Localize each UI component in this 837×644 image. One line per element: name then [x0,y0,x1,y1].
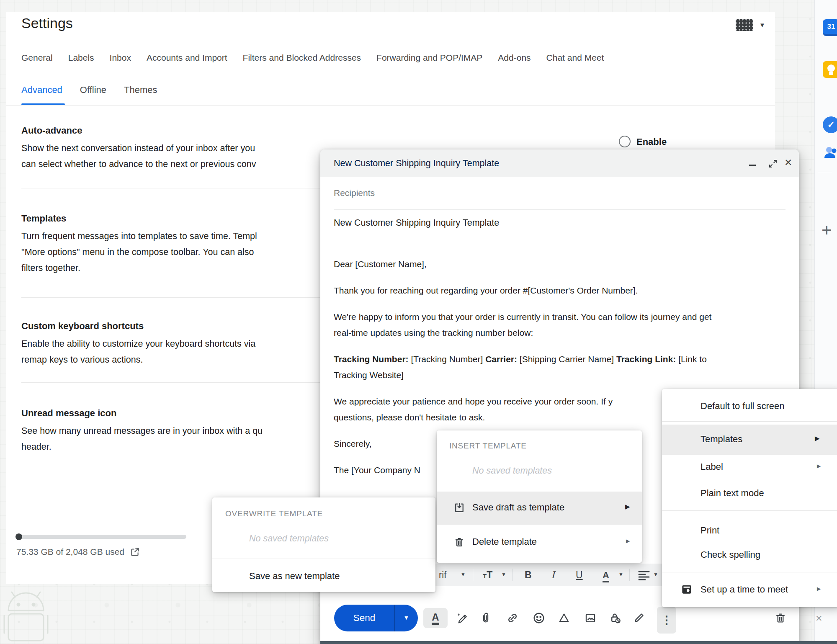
body-paragraph: Tracking Number: [Tracking Number] Carri… [334,351,788,383]
section-text: Turn frequent messages into templates to… [21,228,321,244]
recipients-field[interactable]: Recipients [334,188,375,198]
storage-progress-bar [19,535,186,539]
tab-offline[interactable]: Offline [80,85,106,95]
tab-advanced[interactable]: Advanced [21,85,62,95]
confidential-mode-icon[interactable] [606,609,625,627]
set-up-a-time-to-meet-label: Set up a time to meet [701,584,788,595]
delete-template-item[interactable]: Delete template ▶ [437,528,642,558]
italic-icon[interactable]: I [551,568,555,582]
trash-icon [453,536,465,548]
section-text: header. [21,439,321,455]
submenu-chevron-icon: ▶ [625,503,630,510]
open-in-new-icon[interactable] [129,546,140,557]
tab-forwarding-and-pop-imap[interactable]: Forwarding and POP/IMAP [376,53,482,63]
tab-add-ons[interactable]: Add-ons [498,53,531,63]
section-heading-auto-advance: Auto-advance [21,123,82,139]
side-panel-divider [818,172,832,172]
section-heading-unread-message-icon: Unread message icon [21,405,116,421]
page-title: Settings [21,15,73,31]
section-heading-templates: Templates [21,211,66,227]
tab-themes[interactable]: Themes [124,85,157,95]
toolbar-separator [629,569,630,581]
section-text: Show the next conversation instead of yo… [21,140,321,156]
submenu-chevron-icon: ▶ [817,463,821,469]
font-size-caret-icon[interactable]: ▼ [501,572,506,577]
default-to-full-screen-item[interactable]: Default to full screen [701,401,785,412]
save-draft-as-template-label: Save draft as template [472,502,564,513]
contacts-icon[interactable] [823,144,837,161]
field-divider [334,209,785,210]
section-text: remap keys to various actions. [21,352,321,368]
panel-close-icon[interactable]: ✕ [815,613,823,623]
menu-divider [662,572,837,572]
settings-tabs-row2: Advanced Offline Themes [21,85,157,95]
input-tools-caret-icon[interactable]: ▼ [759,21,765,28]
tab-filters-and-blocked-addresses[interactable]: Filters and Blocked Addresses [243,53,361,63]
signature-icon[interactable] [630,609,648,627]
menu-divider [662,510,837,511]
get-addons-icon[interactable]: + [822,220,832,240]
tab-chat-and-meet[interactable]: Chat and Meet [546,53,604,63]
insert-emoji-icon[interactable] [530,609,548,627]
send-options-caret-icon[interactable]: ▼ [394,605,418,631]
bold-icon[interactable]: B [525,568,532,582]
section-text: filters together. [21,260,321,276]
minimize-icon[interactable] [749,165,756,166]
font-family-caret-icon[interactable]: ▼ [461,572,466,577]
pop-out-icon[interactable] [768,159,778,168]
no-saved-templates-text: No saved templates [472,466,552,476]
keep-icon[interactable] [823,61,837,78]
insert-link-icon[interactable] [503,609,522,627]
field-divider [334,241,785,241]
keyboard-icon[interactable] [736,19,753,31]
attach-file-icon[interactable] [476,609,495,627]
tasks-icon[interactable] [823,116,837,133]
send-button[interactable]: Send ▼ [334,605,418,631]
label-item[interactable]: Label ▶ [662,455,837,481]
insert-template-header: INSERT TEMPLATE [449,441,527,451]
save-draft-as-template-item[interactable]: Save draft as template ▶ [437,492,642,525]
calendar-icon [680,583,693,595]
submenu-chevron-icon: ▶ [626,538,630,544]
underline-icon[interactable]: U [576,568,583,582]
tab-inbox[interactable]: Inbox [110,53,131,63]
auto-advance-enable-label: Enable [636,137,667,147]
align-icon[interactable] [638,569,650,581]
gmail-settings-page: Settings ▼ General Labels Inbox Accounts… [0,0,837,644]
storage-progress-dot [15,533,22,540]
plain-text-mode-item[interactable]: Plain text mode [701,488,764,499]
help-me-write-icon[interactable] [452,609,471,627]
set-up-a-time-to-meet-item[interactable]: Set up a time to meet ▶ [662,575,837,605]
settings-tabs-row1: General Labels Inbox Accounts and Import… [21,53,604,63]
body-paragraph: We're happy to inform you that your orde… [334,309,788,341]
toolbar-separator [512,569,513,581]
drive-icon[interactable] [555,609,573,627]
font-family-selector[interactable]: rif [439,568,446,582]
save-as-new-template-item[interactable]: Save as new template [249,571,340,582]
auto-advance-enable-radio[interactable] [619,136,631,147]
compose-header[interactable]: New Customer Shipping Inquiry Template ✕ [320,149,799,177]
save-template-icon [453,502,465,514]
templates-item[interactable]: Templates ▶ [662,425,837,455]
align-caret-icon[interactable]: ▼ [653,572,658,577]
text-color-icon[interactable]: A [603,570,609,582]
calendar-icon[interactable]: 31 [823,19,837,36]
overwrite-template-menu: OVERWRITE TEMPLATE No saved templates Sa… [212,497,435,592]
text-color-caret-icon[interactable]: ▼ [618,572,623,577]
send-button-label[interactable]: Send [334,605,394,631]
storage-usage-text: 75.33 GB of 2,048 GB used [16,547,124,557]
check-spelling-item[interactable]: Check spelling [701,549,760,560]
tab-general[interactable]: General [21,53,53,63]
discard-draft-icon[interactable] [771,609,790,627]
formatting-options-icon[interactable]: A [423,608,448,628]
close-icon[interactable]: ✕ [784,157,792,168]
subject-field[interactable]: New Customer Shipping Inquiry Template [334,218,499,228]
print-item[interactable]: Print [701,525,719,536]
tab-accounts-and-import[interactable]: Accounts and Import [147,53,227,63]
font-size-icon[interactable]: TT [483,568,492,582]
insert-photo-icon[interactable] [581,609,600,627]
templates-label: Templates [701,434,742,445]
tab-labels[interactable]: Labels [68,53,94,63]
more-options-icon[interactable]: ⋮ [657,607,676,634]
submenu-chevron-icon: ▶ [815,435,820,442]
